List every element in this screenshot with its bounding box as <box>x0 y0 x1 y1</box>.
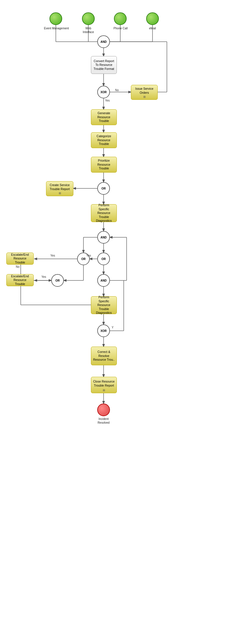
process-escalate-end2-label: Escalate/EndResource Trouble <box>8 274 32 286</box>
end-node <box>97 404 110 416</box>
process-prioritize-label: PrioritizeResource Trouble <box>93 159 115 171</box>
gateway-or2-label: OR <box>81 257 86 261</box>
label-or4-yes: Yes <box>41 275 46 278</box>
process-create-service-label: Create ServiceTrouble Report <box>50 183 70 191</box>
process-convert-report-label: Convert ReportTo ResourceTrouble Format <box>94 59 114 71</box>
start-phone-call <box>114 12 127 25</box>
process-perform-diag2: Perform SpecificResource TroubleDiagnost… <box>91 296 117 314</box>
process-categorize-label: CategorizeResource Trouble <box>93 134 115 146</box>
gateway-and3-label: AND <box>100 279 107 282</box>
gateway-and2-label: AND <box>100 236 107 239</box>
label-web-interface: WebInterface <box>76 26 101 34</box>
process-correct-resolve-label: Correct &ResolveResource Trou.. <box>93 350 115 362</box>
process-escalate-end1-label: Escalate/EndResource Trouble <box>8 253 32 265</box>
gateway-xor2: XOR <box>97 324 110 337</box>
gateway-or3-label: OR <box>102 257 106 261</box>
process-issue-service-orders: Issue ServiceOrders ⊞ <box>131 85 158 100</box>
process-generate-label: GenerateResource Trouble <box>93 111 115 123</box>
label-xor1-yes: Yes <box>105 99 110 102</box>
process-correct-resolve: Correct &ResolveResource Trou.. <box>91 347 117 365</box>
process-prioritize-resource-trouble: PrioritizeResource Trouble <box>91 157 117 173</box>
label-escalate1-no: No <box>16 265 20 268</box>
label-end-node: IncidentResolved <box>91 417 116 425</box>
gateway-and3: AND <box>97 274 110 287</box>
label-phone-call: Phone Call <box>108 26 133 30</box>
label-event-management: Event Management <box>43 26 70 30</box>
label-email: eMail <box>142 26 163 30</box>
gateway-and1: AND <box>97 35 110 48</box>
process-generate-resource-trouble: GenerateResource Trouble <box>91 109 117 125</box>
plus-icon-issue: ⊞ <box>143 95 146 99</box>
process-issue-service-orders-label: Issue ServiceOrders <box>135 87 153 95</box>
process-perform-diag1-label: Perform SpecificResource TroubleDiagnost… <box>93 203 115 223</box>
process-close-label: Close ResourceTrouble Report <box>93 380 115 387</box>
process-categorize-resource-trouble: CategorizeResource Trouble <box>91 132 117 148</box>
gateway-and1-label: AND <box>100 40 107 43</box>
label-xor2-y: Y <box>112 326 114 329</box>
gateway-xor1-label: XOR <box>100 91 107 94</box>
plus-icon-create-service: ⊞ <box>59 191 61 195</box>
flow-lines <box>0 0 244 644</box>
process-escalate-end1: Escalate/EndResource Trouble <box>6 253 34 265</box>
start-web-interface <box>82 12 95 25</box>
process-perform-diag1: Perform SpecificResource TroubleDiagnost… <box>91 204 117 222</box>
label-or3-yes: Yes <box>86 254 91 257</box>
process-close-resource-trouble-report: Close ResourceTrouble Report ⊞ <box>91 377 117 393</box>
start-email <box>146 12 159 25</box>
plus-icon-close: ⊞ <box>103 388 105 392</box>
gateway-or1: OR <box>97 182 110 195</box>
process-escalate-end2: Escalate/EndResource Trouble <box>6 274 34 286</box>
gateway-or4-label: OR <box>56 279 60 282</box>
diagram-container: Event Management WebInterface Phone Call… <box>0 0 244 644</box>
gateway-and2: AND <box>97 231 110 244</box>
gateway-or3: OR <box>97 253 110 265</box>
gateway-or4: OR <box>51 274 64 287</box>
label-or2-yes: Yes <box>50 254 55 257</box>
process-convert-report: Convert ReportTo ResourceTrouble Format <box>91 56 117 74</box>
process-create-service-trouble-report: Create ServiceTrouble Report ⊞ <box>46 181 73 196</box>
process-perform-diag2-label: Perform SpecificResource TroubleDiagnost… <box>93 295 115 315</box>
start-event-management <box>49 12 62 25</box>
gateway-or1-label: OR <box>102 187 106 190</box>
gateway-xor1: XOR <box>97 86 110 98</box>
label-xor1-no: No <box>115 89 119 92</box>
gateway-xor2-label: XOR <box>100 329 107 332</box>
